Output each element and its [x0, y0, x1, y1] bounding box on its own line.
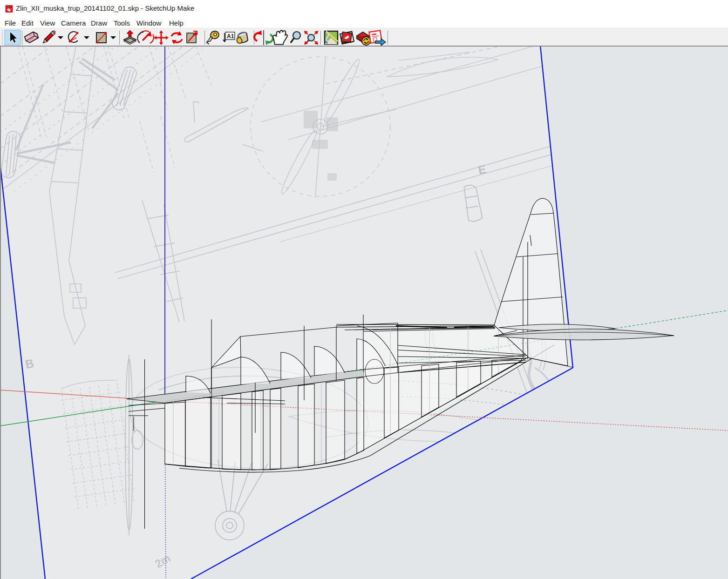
svg-text:A1: A1 — [227, 33, 234, 40]
